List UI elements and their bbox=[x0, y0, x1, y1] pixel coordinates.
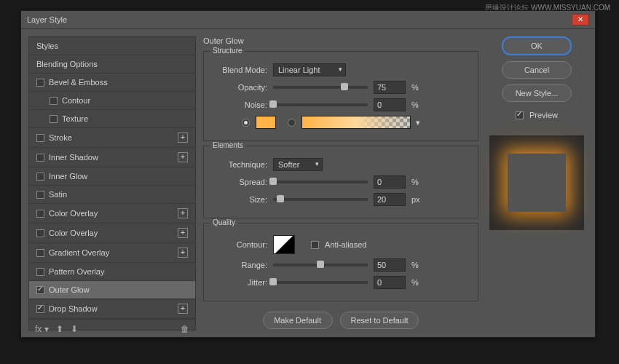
size-input[interactable]: 20 bbox=[374, 193, 406, 206]
sidebar-item-color-overlay[interactable]: Color Overlay+ bbox=[29, 204, 195, 223]
spread-label: Spread: bbox=[213, 178, 267, 186]
checkbox[interactable] bbox=[50, 115, 58, 123]
sidebar-item-label: Drop Shadow bbox=[49, 304, 98, 313]
sidebar-item-inner-glow[interactable]: Inner Glow bbox=[29, 167, 195, 186]
sidebar-item-stroke[interactable]: Stroke+ bbox=[29, 128, 195, 148]
quality-group: Quality Contour: Anti-aliased Range: 50 … bbox=[203, 223, 478, 301]
add-icon[interactable]: + bbox=[178, 304, 188, 314]
elements-title: Elements bbox=[210, 141, 246, 149]
quality-title: Quality bbox=[210, 218, 238, 226]
sidebar-item-drop-shadow[interactable]: Drop Shadow+ bbox=[29, 299, 195, 319]
gradient-swatch[interactable] bbox=[301, 116, 411, 129]
sidebar-item-label: Contour bbox=[62, 96, 90, 105]
panel-title: Outer Glow bbox=[203, 36, 478, 45]
add-icon[interactable]: + bbox=[178, 208, 188, 218]
checkbox[interactable] bbox=[36, 191, 44, 199]
close-button[interactable]: ✕ bbox=[572, 14, 589, 25]
checkbox[interactable] bbox=[36, 173, 44, 181]
sidebar-item-label: Texture bbox=[62, 114, 88, 123]
add-icon[interactable]: + bbox=[178, 152, 188, 162]
ok-button[interactable]: OK bbox=[502, 36, 572, 55]
opacity-label: Opacity: bbox=[213, 83, 267, 92]
sidebar-item-outer-glow[interactable]: Outer Glow bbox=[29, 281, 195, 299]
sidebar-item-label: Gradient Overlay bbox=[49, 248, 109, 257]
settings-panel: Outer Glow Structure Blend Mode: Linear … bbox=[203, 36, 478, 331]
reset-default-button[interactable]: Reset to Default bbox=[340, 312, 419, 329]
technique-select[interactable]: Softer bbox=[273, 158, 323, 171]
structure-group: Structure Blend Mode: Linear Light Opaci… bbox=[203, 51, 478, 141]
spread-input[interactable]: 0 bbox=[374, 175, 406, 189]
dialog-title: Layer Style bbox=[27, 15, 67, 24]
contour-picker[interactable] bbox=[273, 235, 295, 254]
structure-title: Structure bbox=[210, 47, 245, 55]
unit-percent: % bbox=[411, 261, 425, 269]
range-slider[interactable] bbox=[273, 264, 368, 266]
add-icon[interactable]: + bbox=[178, 132, 188, 143]
size-label: Size: bbox=[213, 195, 267, 204]
up-icon[interactable]: ⬆ bbox=[56, 324, 63, 334]
unit-px: px bbox=[411, 195, 425, 204]
checkbox[interactable] bbox=[36, 210, 44, 218]
sidebar-blending-options[interactable]: Blending Options bbox=[29, 55, 195, 74]
sidebar-item-label: Inner Shadow bbox=[49, 153, 98, 162]
fx-icon[interactable]: fx ▾ bbox=[35, 324, 49, 334]
sidebar-item-label: Stroke bbox=[49, 133, 72, 142]
sidebar-item-label: Color Overlay bbox=[49, 209, 98, 218]
contour-label: Contour: bbox=[213, 240, 267, 249]
noise-input[interactable]: 0 bbox=[374, 98, 406, 111]
right-column: OK Cancel New Style... Preview bbox=[486, 36, 588, 331]
checkbox[interactable] bbox=[36, 154, 44, 162]
preview-checkbox[interactable] bbox=[516, 111, 524, 119]
size-slider[interactable] bbox=[273, 198, 368, 201]
sidebar-item-texture[interactable]: Texture bbox=[29, 110, 195, 128]
solid-color-radio[interactable] bbox=[242, 119, 250, 127]
sidebar-item-bevel-emboss[interactable]: Bevel & Emboss bbox=[29, 74, 195, 92]
opacity-input[interactable]: 75 bbox=[374, 81, 406, 94]
blend-mode-select[interactable]: Linear Light bbox=[273, 63, 346, 76]
new-style-button[interactable]: New Style... bbox=[502, 84, 572, 102]
checkbox[interactable] bbox=[36, 286, 44, 294]
checkbox[interactable] bbox=[36, 134, 44, 142]
sidebar-item-gradient-overlay[interactable]: Gradient Overlay+ bbox=[29, 243, 195, 263]
checkbox[interactable] bbox=[36, 268, 44, 276]
opacity-slider[interactable] bbox=[273, 86, 368, 89]
solid-color-swatch[interactable] bbox=[256, 116, 276, 129]
checkbox[interactable] bbox=[36, 229, 44, 237]
sidebar-styles[interactable]: Styles bbox=[29, 37, 195, 55]
jitter-input[interactable]: 0 bbox=[374, 276, 406, 289]
styles-sidebar: Styles Blending Options Bevel & EmbossCo… bbox=[28, 36, 196, 331]
unit-percent: % bbox=[411, 178, 425, 186]
sidebar-item-inner-shadow[interactable]: Inner Shadow+ bbox=[29, 148, 195, 167]
add-icon[interactable]: + bbox=[178, 228, 188, 238]
make-default-button[interactable]: Make Default bbox=[263, 312, 333, 329]
titlebar: Layer Style ✕ bbox=[21, 11, 595, 29]
sidebar-item-label: Color Overlay bbox=[49, 229, 98, 237]
add-icon[interactable]: + bbox=[178, 248, 188, 258]
checkbox[interactable] bbox=[50, 97, 58, 105]
sidebar-item-label: Bevel & Emboss bbox=[49, 78, 108, 87]
sidebar-item-satin[interactable]: Satin bbox=[29, 186, 195, 204]
noise-slider[interactable] bbox=[273, 103, 368, 106]
checkbox[interactable] bbox=[36, 249, 44, 257]
gradient-radio[interactable] bbox=[288, 119, 296, 127]
sidebar-item-label: Inner Glow bbox=[49, 172, 87, 181]
preview-label: Preview bbox=[529, 111, 558, 119]
spread-slider[interactable] bbox=[273, 181, 368, 183]
range-input[interactable]: 50 bbox=[374, 258, 406, 272]
anti-aliased-checkbox[interactable] bbox=[311, 241, 319, 249]
sidebar-item-label: Outer Glow bbox=[49, 285, 90, 294]
sidebar-item-label: Satin bbox=[49, 190, 67, 199]
elements-group: Elements Technique: Softer Spread: 0 % S… bbox=[203, 146, 478, 218]
sidebar-item-label: Pattern Overlay bbox=[49, 267, 104, 276]
sidebar-item-color-overlay[interactable]: Color Overlay+ bbox=[29, 223, 195, 243]
cancel-button[interactable]: Cancel bbox=[502, 61, 572, 79]
unit-percent: % bbox=[411, 100, 425, 109]
sidebar-item-pattern-overlay[interactable]: Pattern Overlay bbox=[29, 263, 195, 281]
trash-icon[interactable]: 🗑 bbox=[181, 324, 189, 334]
jitter-slider[interactable] bbox=[273, 281, 368, 284]
technique-label: Technique: bbox=[213, 160, 267, 169]
checkbox[interactable] bbox=[36, 305, 44, 313]
checkbox[interactable] bbox=[36, 79, 44, 87]
down-icon[interactable]: ⬇ bbox=[71, 324, 78, 334]
sidebar-item-contour[interactable]: Contour bbox=[29, 92, 195, 110]
